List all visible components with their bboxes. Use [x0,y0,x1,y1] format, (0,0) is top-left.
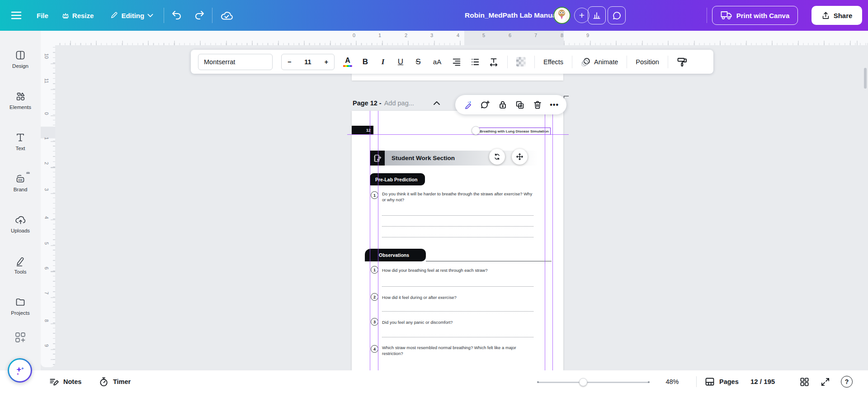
sidebar-item-design[interactable]: Design [0,42,41,77]
effects-button[interactable]: Effects [543,58,563,66]
notes-button[interactable]: Notes [49,370,81,393]
question-text[interactable]: How did your breathing feel at rest thro… [382,267,536,273]
zoom-slider-thumb[interactable] [579,378,587,386]
rainbow-color-bar [343,65,352,67]
answer-line[interactable] [382,311,533,312]
sidebar-item-tools[interactable]: Tools [0,247,41,283]
ruler-number: 11 [44,78,49,85]
ruler-number: 9 [586,33,589,38]
page-indicator[interactable]: 12 / 195 [750,370,775,393]
delete-page-icon[interactable] [533,100,542,110]
print-with-canva-button[interactable]: Print with Canva [712,6,798,25]
design-canvas[interactable]: Page 12 - Add pag... ••• 12 [55,45,868,370]
page-12[interactable]: 12 Breathing with Lung Disease Simulatio… [352,111,563,370]
editing-label: Editing [121,12,144,19]
file-menu-button[interactable]: File [37,12,48,19]
answer-line[interactable] [382,215,533,216]
sidebar-item-text[interactable]: Text [0,124,41,159]
design-title[interactable]: Robin_MedPath Lab Manual [465,0,558,31]
italic-button[interactable]: I [378,57,387,66]
text-icon [15,132,26,143]
question-text[interactable]: How did it feel during or after exercise… [382,294,536,300]
lock-icon[interactable] [498,100,508,110]
pages-button[interactable]: Pages [704,370,739,393]
section-header-text: Student Work Section [392,155,455,161]
magic-write-icon[interactable] [463,100,473,110]
page-title-placeholder[interactable]: Add pag... [384,99,414,107]
answer-line[interactable] [382,226,533,227]
letter-spacing-icon[interactable] [489,57,499,67]
question-text[interactable]: Which straw most resembled normal breath… [382,345,536,356]
fullscreen-icon[interactable] [820,377,830,387]
previous-page-bottom[interactable] [352,73,563,80]
position-button[interactable]: Position [636,58,659,66]
animate-button[interactable]: Animate [581,57,618,67]
text-color-button[interactable]: A [343,57,352,67]
apps-button[interactable] [14,331,27,344]
topbar-divider [212,8,212,23]
transparency-button[interactable] [516,57,526,66]
undo-button[interactable] [171,10,182,20]
question-text[interactable]: Did you feel any panic or discomfort? [382,319,536,325]
bold-button[interactable]: B [361,57,370,66]
avatar[interactable] [553,7,571,24]
font-size-decrease-button[interactable]: − [288,58,291,66]
comments-button[interactable] [608,6,626,24]
canva-assistant-button[interactable] [8,358,32,383]
resize-button[interactable]: Resize [62,12,94,19]
bullet-list-icon[interactable] [470,57,480,67]
comment-bubble-icon [612,11,622,20]
sidebar-item-projects[interactable]: Projects [0,289,41,324]
resize-label: Resize [72,12,94,19]
text-case-button[interactable]: aA [431,58,443,66]
chevron-down-icon [147,14,153,18]
left-sidebar: Design Elements Text co Brand Uploads [0,31,41,370]
observations-rule [426,261,552,261]
sidebar-item-brand[interactable]: co Brand [0,165,41,200]
share-button[interactable]: Share [811,6,862,25]
question-number: 4 [371,345,378,353]
duplicate-page-icon[interactable] [515,100,525,110]
answer-line[interactable] [382,286,533,287]
text-align-icon[interactable] [452,57,462,67]
copy-style-roller-icon[interactable] [677,57,688,67]
cloud-save-status[interactable] [221,10,233,20]
observations-badge[interactable]: Observations [365,249,426,261]
font-size-increase-button[interactable]: + [325,58,328,66]
notebook-pencil-icon [370,151,385,166]
zoom-level[interactable]: 48% [656,370,688,393]
sidebar-item-uploads[interactable]: Uploads [0,206,41,241]
ruler-number: 7 [44,292,49,298]
underline-button[interactable]: U [396,57,405,66]
margin-guide [378,111,378,370]
sidebar-item-elements[interactable]: Elements [0,83,41,118]
help-button[interactable]: ? [841,376,853,388]
ruler-number: 4 [44,216,49,223]
font-family-select[interactable]: Montserrat [198,54,273,70]
zoom-slider[interactable] [538,382,649,383]
ruler-corner [41,31,55,45]
collapse-page-chevron-icon[interactable] [433,101,440,105]
add-comment-icon[interactable] [480,100,490,110]
rotate-handle[interactable] [489,149,505,165]
more-options-button[interactable]: ••• [550,101,559,109]
vertical-scrollbar[interactable] [864,68,867,89]
running-head-textbox[interactable]: Breathing with Lung Disease Simulation [476,128,551,135]
font-size-value[interactable]: 11 [304,58,311,66]
strikethrough-button[interactable]: S [414,57,423,66]
ruler-number: 2 [405,33,407,38]
main-menu-button[interactable] [11,11,22,19]
page-number-label[interactable]: Page 12 - [353,99,382,107]
selection-handle[interactable] [472,126,480,135]
upload-cloud-icon [15,214,26,225]
question-text[interactable]: Do you think it will be harder to breath… [382,191,536,203]
move-handle[interactable] [512,149,528,165]
invite-plus-button[interactable]: + [574,8,590,23]
answer-line[interactable] [382,337,533,337]
insights-button[interactable] [588,6,606,24]
answer-line[interactable] [382,237,533,237]
timer-button[interactable]: Timer [99,370,131,393]
redo-button[interactable] [194,10,205,20]
grid-view-icon[interactable] [799,377,810,387]
editing-mode-button[interactable]: Editing [110,11,153,19]
